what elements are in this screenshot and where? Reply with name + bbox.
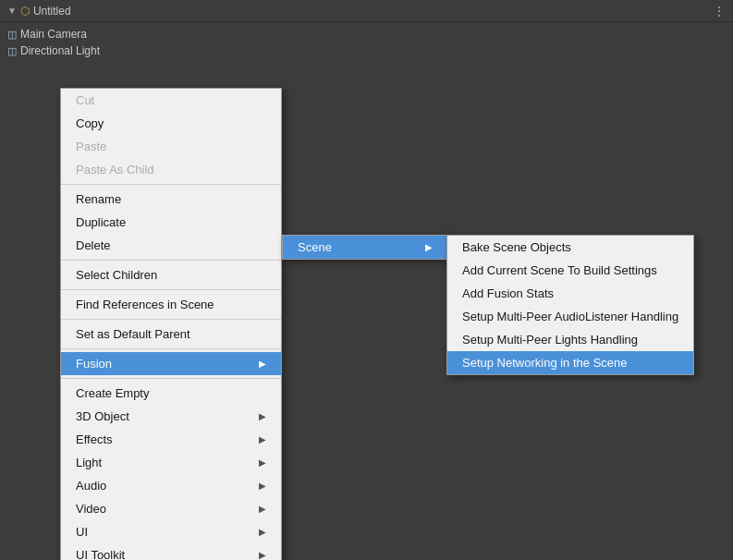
menu-separator-5 <box>61 348 281 349</box>
submenu-arrow-ui: ▶ <box>259 527 266 537</box>
menu-item-set-default-parent[interactable]: Set as Default Parent <box>61 323 281 346</box>
camera-label: Main Camera <box>20 28 87 41</box>
menu-item-video[interactable]: Video ▶ <box>61 497 281 520</box>
light-label: Directional Light <box>20 44 100 57</box>
scene-submenu-fusion-stats[interactable]: Add Fusion Stats <box>447 282 693 305</box>
menu-separator-3 <box>61 289 281 290</box>
menu-item-ui-toolkit[interactable]: UI Toolkit ▶ <box>61 543 281 560</box>
scene-submenu-add-current[interactable]: Add Current Scene To Build Settings <box>447 259 693 282</box>
more-options-icon[interactable]: ⋮ <box>713 4 726 18</box>
submenu-arrow-fusion: ▶ <box>259 359 266 369</box>
scene-item-camera[interactable]: ◫ Main Camera <box>0 26 733 43</box>
menu-item-ui[interactable]: UI ▶ <box>61 520 281 543</box>
scene-submenu-lights[interactable]: Setup Multi-Peer Lights Handling <box>447 328 693 351</box>
window-title: Untitled <box>33 5 71 18</box>
submenu-arrow-video: ▶ <box>259 504 266 514</box>
menu-item-duplicate[interactable]: Duplicate <box>61 211 281 234</box>
submenu-arrow-ui-toolkit: ▶ <box>259 550 266 560</box>
menu-item-3d-object[interactable]: 3D Object ▶ <box>61 405 281 428</box>
submenu-arrow-scene: ▶ <box>425 242 433 252</box>
menu-item-fusion[interactable]: Fusion ▶ <box>61 352 281 375</box>
menu-item-rename[interactable]: Rename <box>61 188 281 211</box>
scene-submenu-bake[interactable]: Bake Scene Objects <box>447 236 693 259</box>
scene-tree: ◫ Main Camera ◫ Directional Light <box>0 22 733 63</box>
submenu-arrow-effects: ▶ <box>259 434 266 444</box>
scene-submenu-audio-listener[interactable]: Setup Multi-Peer AudioListener Handling <box>447 305 693 328</box>
collapse-arrow[interactable]: ▼ <box>7 6 17 16</box>
menu-item-light[interactable]: Light ▶ <box>61 451 281 474</box>
menu-item-select-children[interactable]: Select Children <box>61 263 281 286</box>
submenu-arrow-light: ▶ <box>259 457 266 468</box>
fusion-submenu: Scene ▶ <box>282 235 448 260</box>
scene-submenu: Bake Scene Objects Add Current Scene To … <box>446 235 694 375</box>
menu-item-audio[interactable]: Audio ▶ <box>61 474 281 497</box>
menu-item-effects[interactable]: Effects ▶ <box>61 428 281 451</box>
submenu-arrow-audio: ▶ <box>259 481 266 491</box>
menu-item-cut[interactable]: Cut <box>61 89 281 112</box>
menu-item-delete[interactable]: Delete <box>61 234 281 257</box>
menu-separator-6 <box>61 378 281 379</box>
submenu-arrow-3d: ▶ <box>259 411 266 421</box>
menu-separator-4 <box>61 319 281 320</box>
hierarchy-header: ▼ ⬡ Untitled ⋮ <box>0 0 733 22</box>
scene-submenu-networking[interactable]: Setup Networking in the Scene <box>447 351 693 374</box>
context-menu: Cut Copy Paste Paste As Child Rename Dup… <box>60 88 282 560</box>
scene-icon: ⬡ <box>20 5 30 18</box>
menu-item-copy[interactable]: Copy <box>61 112 281 135</box>
menu-item-paste-as-child[interactable]: Paste As Child <box>61 158 281 181</box>
camera-icon: ◫ <box>7 29 17 41</box>
menu-item-create-empty[interactable]: Create Empty <box>61 382 281 405</box>
hierarchy-title: ▼ ⬡ Untitled <box>7 5 71 18</box>
menu-separator-1 <box>61 184 281 185</box>
scene-item-light[interactable]: ◫ Directional Light <box>0 43 733 59</box>
fusion-submenu-scene[interactable]: Scene ▶ <box>283 236 447 259</box>
light-icon: ◫ <box>7 45 17 57</box>
menu-separator-2 <box>61 260 281 261</box>
menu-item-paste[interactable]: Paste <box>61 135 281 158</box>
menu-item-find-references[interactable]: Find References in Scene <box>61 293 281 316</box>
